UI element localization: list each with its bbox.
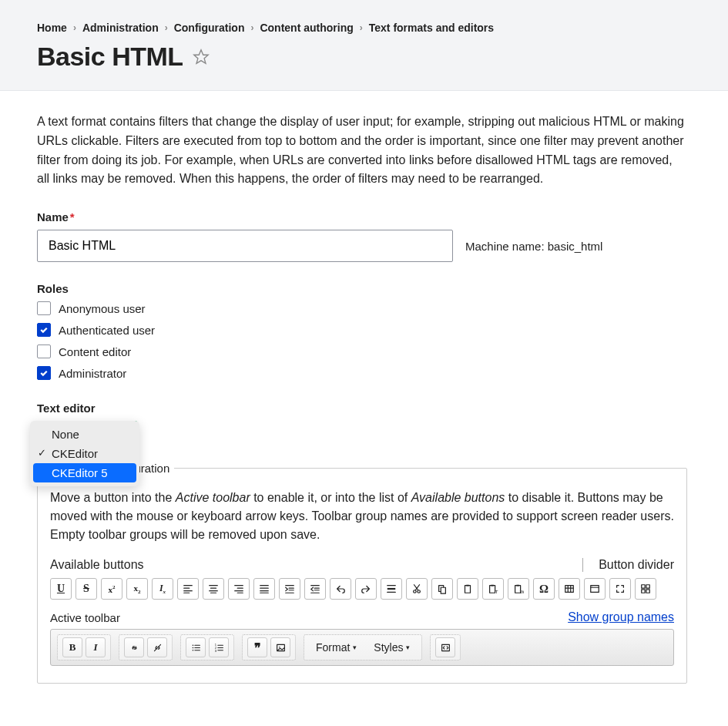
role-checkbox-0[interactable] (37, 301, 51, 315)
align-right-button[interactable] (228, 578, 250, 600)
redo-button[interactable] (355, 578, 377, 600)
superscript-button[interactable]: x2 (101, 578, 122, 600)
paste-word-button[interactable]: W (508, 578, 529, 600)
button-divider-label: Button divider (599, 558, 674, 571)
role-label: Anonymous user (59, 302, 146, 315)
svg-rect-34 (465, 586, 471, 593)
cut-button[interactable] (406, 578, 428, 600)
svg-point-55 (192, 647, 193, 648)
bold-button[interactable]: B (62, 637, 82, 657)
image-button[interactable] (270, 637, 290, 657)
toolbar-group[interactable] (430, 634, 461, 660)
name-input[interactable] (37, 230, 453, 262)
page-title: Basic HTML (37, 42, 183, 72)
breadcrumb-text-formats[interactable]: Text formats and editors (369, 22, 494, 34)
toolbar-group[interactable]: ❞ (242, 634, 296, 660)
numbered-list-button[interactable]: 123 (209, 637, 229, 657)
active-toolbar[interactable]: BI123❞Format ▾Styles ▾ (50, 629, 674, 666)
unlink-button[interactable] (147, 637, 167, 657)
source-button[interactable] (435, 637, 455, 657)
align-center-button[interactable] (203, 578, 224, 600)
breadcrumb-content-authoring[interactable]: Content authoring (260, 22, 353, 34)
underline-button[interactable]: U (50, 578, 72, 600)
format-dropdown[interactable]: Format ▾ (309, 637, 364, 657)
subscript-button[interactable]: x2 (126, 578, 148, 600)
svg-rect-52 (646, 590, 649, 593)
strike-button[interactable]: S (75, 578, 97, 600)
role-checkbox-2[interactable] (37, 345, 51, 358)
table-button[interactable] (559, 578, 580, 600)
maximize-button[interactable] (609, 578, 631, 600)
dropdown-option-none[interactable]: None (30, 425, 139, 444)
iframe-button[interactable] (584, 578, 606, 600)
role-checkbox-3[interactable] (37, 366, 51, 380)
svg-text:W: W (520, 589, 524, 594)
blockquote-button[interactable]: ❞ (247, 637, 267, 657)
paste-button[interactable] (457, 578, 478, 600)
horizontal-rule-button[interactable] (381, 578, 402, 600)
star-icon[interactable] (193, 49, 210, 66)
active-toolbar-label: Active toolbar (50, 611, 120, 624)
available-buttons-grid: USx2x2IxTWΩ (50, 578, 674, 600)
page-header: Home › Administration › Configuration › … (0, 0, 728, 91)
svg-point-56 (192, 650, 193, 651)
role-label: Content editor (59, 345, 131, 358)
align-left-button[interactable] (177, 578, 199, 600)
dropdown-option-ckeditor[interactable]: CKEditor (30, 444, 139, 463)
machine-name-text: Machine name: basic_html (465, 240, 602, 253)
svg-point-28 (414, 590, 417, 593)
svg-text:3: 3 (214, 649, 216, 653)
svg-rect-37 (491, 585, 494, 587)
name-label: Name* (37, 210, 687, 224)
show-blocks-button[interactable] (635, 578, 656, 600)
special-char-button[interactable]: Ω (533, 578, 555, 600)
toolbar-configuration-fieldset: Toolbar configuration Move a button into… (37, 462, 687, 684)
svg-point-48 (592, 587, 592, 587)
breadcrumb-administration[interactable]: Administration (82, 22, 159, 34)
svg-point-29 (418, 590, 421, 593)
svg-rect-35 (466, 585, 469, 587)
toolbar-group[interactable] (119, 634, 173, 660)
svg-text:T: T (495, 589, 498, 594)
role-label: Administrator (59, 367, 126, 380)
svg-point-54 (192, 644, 193, 646)
styles-dropdown[interactable]: Styles ▾ (367, 637, 417, 657)
toolbar-group[interactable]: Format ▾Styles ▾ (304, 634, 422, 660)
svg-marker-0 (193, 49, 207, 62)
toolbar-group[interactable]: BI (57, 634, 111, 660)
chevron-right-icon: › (360, 22, 363, 33)
text-editor-label: Text editor (37, 402, 687, 415)
breadcrumb-home[interactable]: Home (37, 22, 67, 34)
remove-format-button[interactable]: Ix (152, 578, 173, 600)
svg-rect-42 (565, 586, 574, 593)
svg-point-67 (279, 647, 280, 648)
svg-line-53 (154, 644, 160, 650)
justify-button[interactable] (253, 578, 275, 600)
copy-button[interactable] (431, 578, 453, 600)
svg-rect-36 (490, 586, 495, 593)
chevron-right-icon: › (165, 22, 168, 33)
bullet-list-button[interactable] (186, 637, 206, 657)
italic-button[interactable]: I (86, 637, 106, 657)
svg-rect-33 (441, 587, 445, 593)
available-buttons-label: Available buttons (50, 558, 144, 572)
breadcrumb-configuration[interactable]: Configuration (174, 22, 245, 34)
toolbar-config-description: Move a button into the Active toolbar to… (50, 489, 674, 544)
indent-button[interactable] (279, 578, 300, 600)
chevron-right-icon: › (250, 22, 253, 33)
svg-rect-51 (642, 590, 645, 593)
show-group-names-link[interactable]: Show group names (568, 610, 674, 624)
role-label: Authenticated user (59, 324, 155, 337)
dropdown-option-ckeditor-5[interactable]: CKEditor 5 (33, 463, 136, 482)
text-editor-dropdown: NoneCKEditorCKEditor 5 (30, 421, 139, 486)
outdent-button[interactable] (304, 578, 326, 600)
chevron-right-icon: › (73, 22, 76, 33)
role-checkbox-1[interactable] (37, 323, 51, 337)
undo-button[interactable] (330, 578, 351, 600)
link-button[interactable] (124, 637, 144, 657)
paste-text-button[interactable]: T (482, 578, 504, 600)
toolbar-group[interactable]: 123 (180, 634, 234, 660)
svg-rect-40 (516, 585, 519, 587)
roles-label: Roles (37, 282, 687, 295)
svg-rect-50 (646, 585, 649, 588)
